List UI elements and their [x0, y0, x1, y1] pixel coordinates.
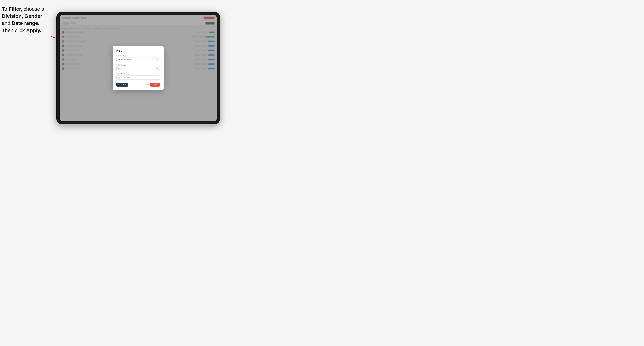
division-arrows-icon: ▲ ▼: [157, 59, 158, 61]
modal-title: Filter: [116, 50, 122, 52]
instruction-line3: and Date range.: [2, 20, 40, 26]
date-label: Select Date range: [116, 73, 160, 75]
date-placeholder: Pick a date: [121, 77, 130, 79]
gender-clear-icon[interactable]: ×: [156, 68, 156, 70]
modal-header: Filter ×: [116, 50, 160, 52]
tablet-screen: Filter × Select a division NCAA Division…: [60, 15, 217, 121]
instruction-line1: To Filter, choose a: [2, 6, 44, 12]
division-controls: × ▲ ▼: [156, 59, 158, 61]
date-form-group: Select Date range 📅 Pick a date: [116, 73, 160, 80]
gender-arrows-icon: ▲ ▼: [157, 68, 158, 70]
actions-right: Cancel Apply: [144, 83, 160, 87]
modal-close-button[interactable]: ×: [157, 50, 160, 52]
division-clear-icon[interactable]: ×: [156, 59, 156, 61]
instruction-bold2: Division, Gender: [2, 13, 42, 19]
gender-controls: × ▲ ▼: [156, 68, 158, 70]
gender-select[interactable]: Men × ▲ ▼: [116, 67, 160, 71]
gender-label: Select gender: [116, 64, 160, 66]
date-input[interactable]: 📅 Pick a date: [116, 76, 160, 80]
clear-filter-button[interactable]: Clear filter: [116, 83, 128, 87]
division-value: NCAA Division I: [118, 59, 131, 61]
apply-button[interactable]: Apply: [150, 83, 160, 87]
instruction-line4: Then click Apply.: [2, 28, 41, 33]
filter-modal: Filter × Select a division NCAA Division…: [113, 46, 164, 90]
division-label: Select a division: [116, 55, 160, 57]
tablet-frame: Filter × Select a division NCAA Division…: [56, 12, 220, 124]
division-form-group: Select a division NCAA Division I × ▲ ▼: [116, 55, 160, 62]
instruction-text: To Filter, choose a Division, Gender and…: [2, 5, 44, 34]
calendar-icon: 📅: [118, 77, 120, 79]
modal-actions: Clear filter Cancel Apply: [116, 83, 160, 87]
gender-value: Men: [118, 68, 122, 70]
gender-form-group: Select gender Men × ▲ ▼: [116, 64, 160, 71]
division-select[interactable]: NCAA Division I × ▲ ▼: [116, 58, 160, 62]
cancel-button[interactable]: Cancel: [144, 84, 149, 86]
modal-overlay: Filter × Select a division NCAA Division…: [60, 15, 217, 121]
